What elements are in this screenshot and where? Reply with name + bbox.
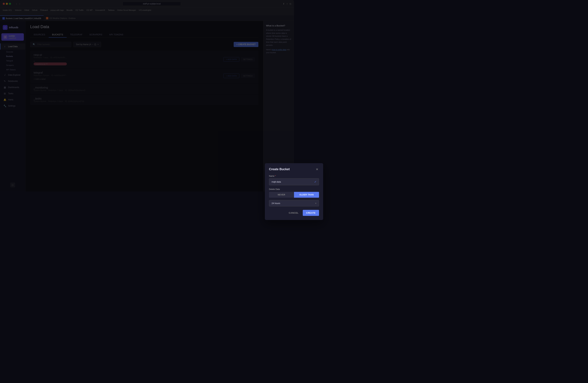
name-label: Name * [269, 175, 294, 177]
create-bucket-modal: Create Bucket ✕ Name * mqtt-data ✓ Delet… [265, 163, 294, 192]
modal-overlay[interactable]: Create Bucket ✕ Name * mqtt-data ✓ Delet… [0, 0, 294, 191]
modal-header: Create Bucket ✕ [269, 167, 294, 171]
modal-title: Create Bucket [269, 167, 290, 171]
delete-data-label: Delete Data [269, 188, 294, 190]
required-asterisk: * [275, 175, 276, 177]
bucket-name-value: mqtt-data [272, 180, 281, 183]
bucket-name-input[interactable]: mqtt-data ✓ [269, 178, 294, 185]
